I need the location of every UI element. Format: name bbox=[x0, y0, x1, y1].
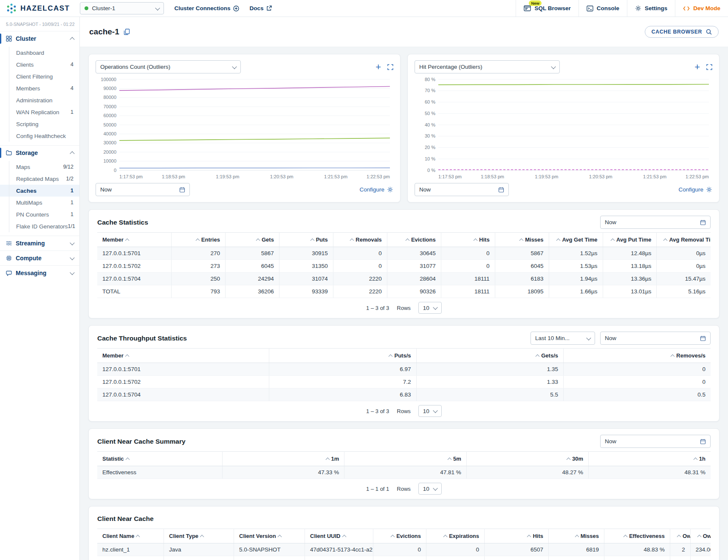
table-cell: 5.16µs bbox=[657, 285, 711, 298]
table-header-row: Client NameClient TypeClient VersionClie… bbox=[97, 529, 711, 543]
column-header-removes-s[interactable]: Removes/s bbox=[564, 349, 711, 363]
expand-icon[interactable] bbox=[706, 64, 712, 70]
new-badge: New bbox=[529, 0, 542, 6]
column-header-1h[interactable]: 1h bbox=[589, 452, 711, 466]
time-filter-input[interactable]: Now bbox=[600, 332, 711, 345]
sidebar-section-cluster[interactable]: Cluster bbox=[0, 31, 79, 46]
rows-per-page-select[interactable]: 10 bbox=[418, 405, 442, 417]
column-header-client-name[interactable]: Client Name bbox=[97, 529, 164, 543]
table-cell: 6045 bbox=[225, 260, 279, 273]
table-row[interactable]: hz.client_2Java5.0-SNAPSHOT2d5ac7fa-58a5… bbox=[97, 556, 711, 560]
column-header-evictions[interactable]: Evictions bbox=[373, 529, 426, 543]
sidebar-item-replicated-maps[interactable]: Replicated Maps1/2 bbox=[0, 173, 79, 185]
time-range-select[interactable]: Last 10 Min... bbox=[530, 332, 595, 345]
column-header-effectiveness[interactable]: Effectiveness bbox=[604, 529, 670, 543]
sort-asc-icon bbox=[519, 239, 524, 243]
sidebar-item-flake-id-generators[interactable]: Flake ID Generators1/1 bbox=[0, 220, 79, 232]
sql-browser-button[interactable]: New SQL Browser bbox=[516, 0, 578, 17]
table-row[interactable]: 127.0.0.1:57027.21.330 bbox=[97, 376, 711, 388]
table-cell: 1.53µs bbox=[549, 260, 603, 273]
add-chart-icon[interactable]: + bbox=[694, 62, 700, 72]
column-header-expirations[interactable]: Expirations bbox=[426, 529, 485, 543]
add-chart-icon[interactable]: + bbox=[375, 62, 381, 72]
column-header-puts-s[interactable]: Puts/s bbox=[269, 349, 417, 363]
column-header-30m[interactable]: 30m bbox=[466, 452, 588, 466]
column-label: 30m bbox=[572, 456, 583, 462]
table-cell: 0 bbox=[333, 260, 387, 273]
table-cell: 6439 bbox=[485, 556, 549, 560]
settings-button[interactable]: Settings bbox=[627, 0, 675, 17]
column-header-misses[interactable]: Misses bbox=[549, 529, 604, 543]
column-header-client-uuid[interactable]: Client UUID bbox=[305, 529, 373, 543]
column-label: Statistic bbox=[102, 456, 124, 462]
configure-link[interactable]: Configure bbox=[678, 186, 712, 193]
column-header-statistic[interactable]: Statistic bbox=[97, 452, 223, 466]
dev-mode-button[interactable]: Dev Mode bbox=[675, 0, 728, 17]
sidebar-item-clients[interactable]: Clients4 bbox=[0, 59, 79, 70]
column-header-owned-entry[interactable]: Owned Entry ... bbox=[670, 529, 691, 543]
time-filter-input[interactable]: Now bbox=[96, 183, 190, 196]
column-header-entries[interactable]: Entries bbox=[172, 233, 226, 247]
sidebar-item-dashboard[interactable]: Dashboard bbox=[0, 47, 79, 59]
sidebar-item-multimaps[interactable]: MultiMaps1 bbox=[0, 197, 79, 208]
chart-metric-select[interactable]: Hit Percentage (Outliers) bbox=[415, 60, 560, 73]
console-button[interactable]: Console bbox=[578, 0, 627, 17]
sidebar-section-storage[interactable]: Storage bbox=[0, 145, 79, 160]
sidebar-item-pn-counters[interactable]: PN Counters1 bbox=[0, 208, 79, 220]
sidebar-item-config-healthcheck[interactable]: Config Healthcheck bbox=[0, 130, 79, 142]
column-header-avg-get-time[interactable]: Avg Get Time bbox=[549, 233, 603, 247]
cache-browser-button[interactable]: CACHE BROWSER bbox=[645, 26, 719, 38]
column-header-hits[interactable]: Hits bbox=[441, 233, 495, 247]
cluster-connections-link[interactable]: Cluster Connections bbox=[174, 5, 239, 11]
rows-per-page-select[interactable]: 10 bbox=[418, 483, 442, 495]
expand-icon[interactable] bbox=[387, 64, 393, 70]
column-header-member[interactable]: Member bbox=[97, 233, 172, 247]
table-row[interactable]: 127.0.0.1:5701270586730915030645058671.5… bbox=[97, 247, 711, 260]
table-row[interactable]: 127.0.0.1:57016.971.350 bbox=[97, 363, 711, 376]
table-cell: 0µs bbox=[657, 260, 711, 273]
sidebar-section-compute[interactable]: Compute bbox=[0, 250, 79, 265]
table-row[interactable]: TOTAL793362069333922209032618111180951.6… bbox=[97, 285, 711, 298]
sidebar-item-maps[interactable]: Maps9/12 bbox=[0, 161, 79, 173]
column-header-gets-s[interactable]: Gets/s bbox=[416, 349, 564, 363]
configure-link[interactable]: Configure bbox=[359, 186, 393, 193]
column-header-member[interactable]: Member bbox=[97, 349, 269, 363]
column-label: Client Version bbox=[239, 533, 276, 539]
table-row[interactable]: 127.0.0.1:57046.835.50.5 bbox=[97, 388, 711, 401]
column-header-client-type[interactable]: Client Type bbox=[164, 529, 234, 543]
sidebar-section-streaming[interactable]: Streaming bbox=[0, 236, 79, 250]
sidebar-item-members[interactable]: Members4 bbox=[0, 82, 79, 94]
sidebar-item-caches[interactable]: Caches1 bbox=[0, 185, 79, 197]
table-row[interactable]: hz.client_1Java5.0-SNAPSHOT47d04371-5173… bbox=[97, 543, 711, 556]
table-row[interactable]: Effectiveness47.33 %47.81 %48.27 %48.31 … bbox=[97, 466, 711, 479]
table-row[interactable]: 127.0.0.1:570425024294310742220286041811… bbox=[97, 273, 711, 285]
sidebar-item-wan-replication[interactable]: WAN Replication1 bbox=[0, 106, 79, 118]
column-header-5m[interactable]: 5m bbox=[344, 452, 466, 466]
chart-metric-select[interactable]: Operations Count (Outliers) bbox=[96, 60, 241, 73]
column-header-client-version[interactable]: Client Version bbox=[234, 529, 305, 543]
column-header-1m[interactable]: 1m bbox=[223, 452, 344, 466]
sidebar-section-messaging[interactable]: Messaging bbox=[0, 265, 79, 280]
column-header-gets[interactable]: Gets bbox=[225, 233, 279, 247]
sidebar-item-scripting[interactable]: Scripting bbox=[0, 118, 79, 130]
column-header-evictions[interactable]: Evictions bbox=[387, 233, 441, 247]
time-filter-input[interactable]: Now bbox=[600, 435, 711, 448]
copy-icon[interactable] bbox=[124, 28, 130, 35]
sort-asc-icon bbox=[277, 535, 282, 539]
column-header-puts[interactable]: Puts bbox=[279, 233, 333, 247]
column-header-avg-put-time[interactable]: Avg Put Time bbox=[603, 233, 657, 247]
cluster-selector[interactable]: Cluster-1 bbox=[80, 2, 164, 14]
column-header-removals[interactable]: Removals bbox=[333, 233, 387, 247]
time-filter-input[interactable]: Now bbox=[600, 216, 711, 229]
sidebar-item-administration[interactable]: Administration bbox=[0, 94, 79, 106]
time-filter-input[interactable]: Now bbox=[415, 183, 509, 196]
rows-per-page-select[interactable]: 10 bbox=[418, 302, 442, 314]
docs-link[interactable]: Docs bbox=[249, 5, 272, 11]
column-header-misses[interactable]: Misses bbox=[495, 233, 549, 247]
table-row[interactable]: 127.0.0.1:5702273604531350031077060451.5… bbox=[97, 260, 711, 273]
column-header-owned-entry[interactable]: Owned Entry ... bbox=[690, 529, 711, 543]
column-header-avg-removal-time[interactable]: Avg Removal Time bbox=[657, 233, 711, 247]
sidebar-item-client-filtering[interactable]: Client Filtering bbox=[0, 70, 79, 82]
column-header-hits[interactable]: Hits bbox=[485, 529, 549, 543]
sort-asc-icon bbox=[677, 535, 681, 539]
